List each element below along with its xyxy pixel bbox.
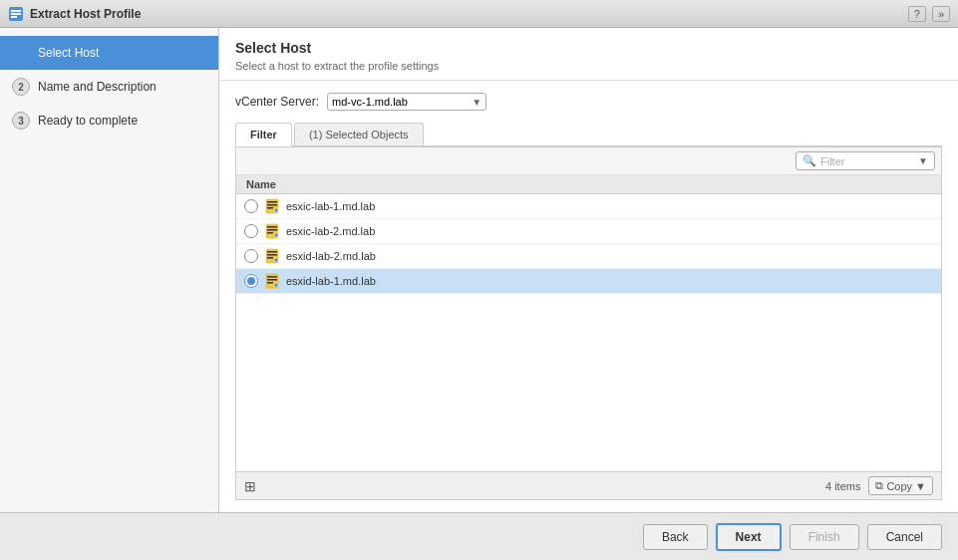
content-body: vCenter Server: md-vc-1.md.lab ▼ Filter … [219, 81, 958, 512]
table-column-header: Name [236, 175, 941, 194]
tabs-row: Filter (1) Selected Objects [235, 123, 942, 146]
sidebar-item-ready-complete[interactable]: 3 Ready to complete [0, 104, 218, 138]
sidebar-item-label: Ready to complete [38, 114, 138, 128]
svg-rect-3 [11, 16, 17, 18]
tab-filter[interactable]: Filter [235, 123, 292, 146]
expand-button[interactable]: » [932, 6, 950, 22]
filter-placeholder: Filter [820, 155, 914, 167]
host-name: esxic-lab-2.md.lab [286, 225, 375, 237]
copy-label: Copy [886, 480, 912, 492]
host-name: esxic-lab-1.md.lab [286, 200, 375, 212]
copy-icon: ⧉ [875, 479, 883, 492]
item-count: 4 items [825, 480, 860, 492]
filter-dropdown-icon: ▼ [918, 155, 928, 166]
next-button[interactable]: Next [716, 523, 782, 551]
footer-right: 4 items ⧉ Copy ▼ [825, 476, 933, 495]
host-icon [264, 273, 280, 289]
tab-filter-label: Filter [250, 129, 277, 140]
main-layout: ✓ Select Host 2 Name and Description 3 R… [0, 28, 958, 512]
svg-rect-7 [267, 207, 273, 209]
svg-point-8 [274, 208, 278, 212]
title-bar-controls: ? » [908, 6, 950, 22]
svg-rect-6 [267, 204, 277, 206]
host-name: esxid-lab-1.md.lab [286, 275, 376, 287]
step-number: 2 [12, 78, 30, 96]
svg-point-18 [274, 258, 278, 262]
host-icon [264, 223, 280, 239]
column-name-label: Name [246, 178, 276, 190]
table-body: esxic-lab-1.md.lab esxic-lab-2.md.lab [236, 194, 941, 471]
bottom-bar: Back Next Finish Cancel [0, 512, 958, 560]
filter-box[interactable]: 🔍 Filter ▼ [796, 151, 935, 170]
svg-rect-22 [267, 282, 273, 284]
search-icon: 🔍 [802, 154, 816, 167]
copy-button[interactable]: ⧉ Copy ▼ [868, 476, 933, 495]
title-bar-left: Extract Host Profile [8, 6, 141, 22]
sidebar-item-label: Name and Description [38, 80, 157, 94]
content-area: Select Host Select a host to extract the… [219, 28, 958, 512]
sidebar-item-name-description[interactable]: 2 Name and Description [0, 70, 218, 104]
vcenter-select[interactable]: md-vc-1.md.lab ▼ [327, 93, 486, 111]
tab-selected-objects[interactable]: (1) Selected Objects [294, 123, 424, 145]
content-subtitle: Select a host to extract the profile set… [235, 60, 942, 72]
radio-button[interactable] [244, 224, 258, 238]
svg-rect-11 [267, 229, 277, 231]
sidebar: ✓ Select Host 2 Name and Description 3 R… [0, 28, 219, 512]
content-header: Select Host Select a host to extract the… [219, 28, 958, 81]
checkmark-icon: ✓ [12, 44, 30, 62]
svg-rect-2 [11, 13, 21, 15]
host-icon [264, 198, 280, 214]
tab-selected-label: (1) Selected Objects [309, 129, 409, 140]
radio-button[interactable] [244, 199, 258, 213]
grid-icon: ⊞ [244, 478, 256, 494]
radio-button[interactable] [244, 274, 258, 288]
svg-point-23 [274, 283, 278, 287]
sidebar-item-label: Select Host [38, 46, 99, 60]
svg-rect-1 [11, 10, 21, 12]
sidebar-item-select-host[interactable]: ✓ Select Host [0, 36, 218, 70]
vcenter-row: vCenter Server: md-vc-1.md.lab ▼ [235, 93, 942, 111]
app-icon [8, 6, 24, 22]
tabs-container: Filter (1) Selected Objects [235, 123, 942, 146]
radio-button[interactable] [244, 249, 258, 263]
table-row[interactable]: esxid-lab-2.md.lab [236, 244, 941, 269]
svg-rect-15 [267, 251, 277, 253]
svg-rect-10 [267, 226, 277, 228]
host-name: esxid-lab-2.md.lab [286, 250, 376, 262]
table-footer: ⊞ 4 items ⧉ Copy ▼ [236, 471, 941, 499]
help-button[interactable]: ? [908, 6, 926, 22]
finish-button[interactable]: Finish [790, 524, 859, 550]
vcenter-label: vCenter Server: [235, 95, 319, 109]
svg-rect-20 [267, 276, 277, 278]
vcenter-dropdown-arrow: ▼ [472, 97, 481, 108]
svg-rect-17 [267, 257, 273, 259]
host-icon [264, 248, 280, 264]
table-toolbar: 🔍 Filter ▼ [236, 147, 941, 175]
svg-rect-21 [267, 279, 277, 281]
table-row[interactable]: esxic-lab-1.md.lab [236, 194, 941, 219]
svg-rect-5 [267, 201, 277, 203]
table-row[interactable]: esxid-lab-1.md.lab [236, 269, 941, 294]
svg-rect-16 [267, 254, 277, 256]
table-row[interactable]: esxic-lab-2.md.lab [236, 219, 941, 244]
back-button[interactable]: Back [643, 524, 708, 550]
host-table: 🔍 Filter ▼ Name [235, 146, 942, 500]
svg-rect-12 [267, 232, 273, 234]
window-title: Extract Host Profile [30, 7, 141, 21]
vcenter-value: md-vc-1.md.lab [332, 96, 468, 108]
title-bar: Extract Host Profile ? » [0, 0, 958, 28]
svg-point-13 [274, 233, 278, 237]
content-title: Select Host [235, 40, 942, 56]
copy-dropdown-icon: ▼ [915, 480, 926, 492]
cancel-button[interactable]: Cancel [867, 524, 942, 550]
step-number: 3 [12, 112, 30, 130]
